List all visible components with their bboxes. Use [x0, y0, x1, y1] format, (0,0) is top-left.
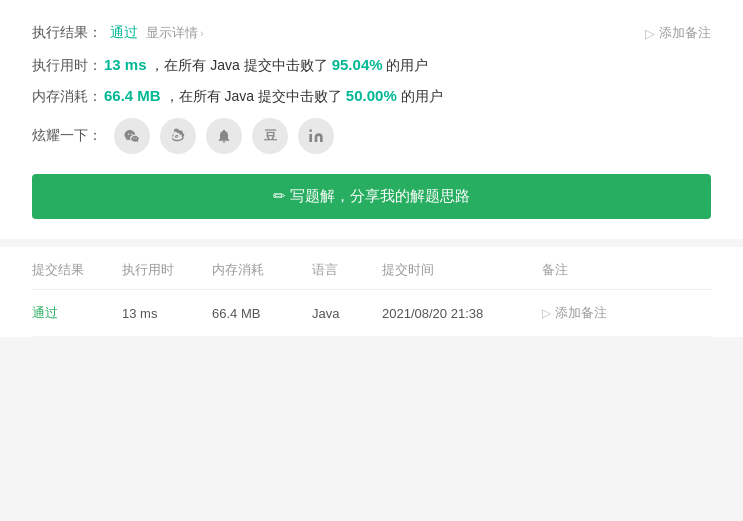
- col-header-lang: 语言: [312, 261, 382, 279]
- row-flag-icon: ▷: [542, 306, 551, 320]
- write-solution-button[interactable]: ✏ 写题解，分享我的解题思路: [32, 174, 711, 219]
- memory-beat-value: 50.00%: [346, 87, 397, 104]
- flag-icon: ▷: [645, 26, 655, 41]
- col-header-submit-time: 提交时间: [382, 261, 542, 279]
- row-time: 13 ms: [122, 306, 212, 321]
- row-result: 通过: [32, 304, 122, 322]
- status-badge: 通过: [110, 24, 138, 42]
- show-detail-link[interactable]: 显示详情 ›: [146, 24, 204, 42]
- col-header-result: 提交结果: [32, 261, 122, 279]
- result-left: 执行结果： 通过 显示详情 ›: [32, 24, 204, 42]
- col-header-time: 执行用时: [122, 261, 212, 279]
- col-header-note: 备注: [542, 261, 642, 279]
- top-section: 执行结果： 通过 显示详情 › ▷ 添加备注 执行用时： 13 ms ，在所有 …: [0, 0, 743, 239]
- row-add-note-button[interactable]: ▷ 添加备注: [542, 304, 642, 322]
- col-header-memory: 内存消耗: [212, 261, 312, 279]
- add-note-button[interactable]: ▷ 添加备注: [645, 24, 711, 42]
- wechat-icon[interactable]: [114, 118, 150, 154]
- result-row: 执行结果： 通过 显示详情 › ▷ 添加备注: [32, 24, 711, 42]
- weibo-icon[interactable]: [160, 118, 196, 154]
- write-solution-label: ✏ 写题解，分享我的解题思路: [273, 187, 470, 206]
- memory-label: 内存消耗：: [32, 88, 104, 106]
- show-off-row: 炫耀一下： 豆: [32, 118, 711, 154]
- table-row: 通过 13 ms 66.4 MB Java 2021/08/20 21:38 ▷…: [32, 290, 711, 337]
- time-info: 13 ms ，在所有 Java 提交中击败了 95.04% 的用户: [104, 56, 428, 75]
- social-icons-group: 豆: [114, 118, 334, 154]
- time-beat-suffix: 的用户: [386, 57, 428, 73]
- time-label: 执行用时：: [32, 57, 104, 75]
- show-detail-text: 显示详情: [146, 24, 198, 42]
- memory-beat-prefix: ，在所有 Java 提交中击败了: [165, 88, 342, 104]
- time-value: 13 ms: [104, 56, 147, 73]
- linkedin-icon[interactable]: [298, 118, 334, 154]
- row-add-note-label: 添加备注: [555, 304, 607, 322]
- chevron-right-icon: ›: [200, 27, 204, 39]
- memory-row: 内存消耗： 66.4 MB ，在所有 Java 提交中击败了 50.00% 的用…: [32, 87, 711, 106]
- memory-value: 66.4 MB: [104, 87, 161, 104]
- douban-icon[interactable]: 豆: [252, 118, 288, 154]
- notification-icon[interactable]: [206, 118, 242, 154]
- row-memory: 66.4 MB: [212, 306, 312, 321]
- table-header: 提交结果 执行用时 内存消耗 语言 提交时间 备注: [32, 247, 711, 290]
- row-submit-time: 2021/08/20 21:38: [382, 306, 542, 321]
- row-language: Java: [312, 306, 382, 321]
- memory-info: 66.4 MB ，在所有 Java 提交中击败了 50.00% 的用户: [104, 87, 443, 106]
- result-label: 执行结果：: [32, 24, 102, 42]
- show-off-label: 炫耀一下：: [32, 127, 102, 145]
- time-row: 执行用时： 13 ms ，在所有 Java 提交中击败了 95.04% 的用户: [32, 56, 711, 75]
- memory-beat-suffix: 的用户: [401, 88, 443, 104]
- submissions-table: 提交结果 执行用时 内存消耗 语言 提交时间 备注 通过 13 ms 66.4 …: [0, 247, 743, 337]
- time-beat-prefix: ，在所有 Java 提交中击败了: [150, 57, 327, 73]
- add-note-label: 添加备注: [659, 24, 711, 42]
- time-beat-value: 95.04%: [332, 56, 383, 73]
